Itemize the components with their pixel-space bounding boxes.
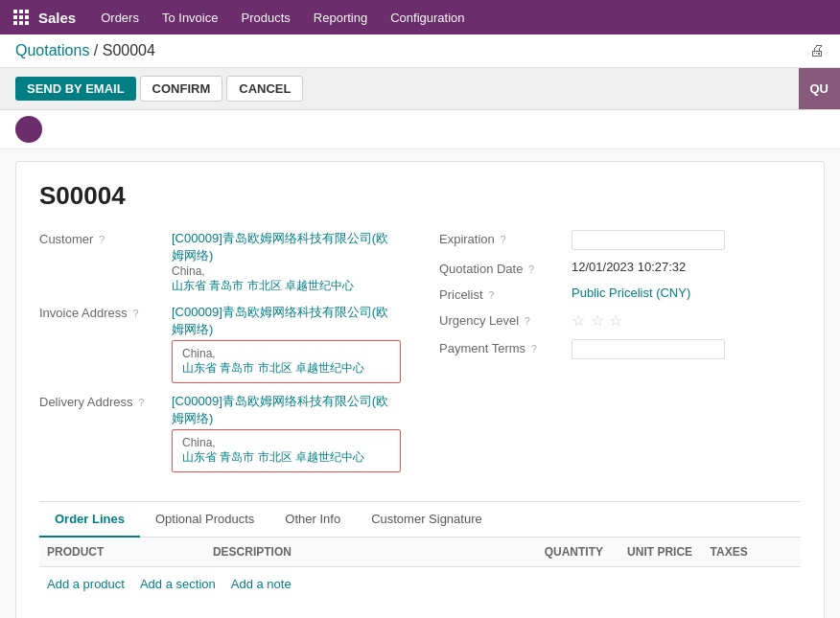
send-email-button[interactable]: SEND BY EMAIL <box>15 77 136 101</box>
nav-item-to-invoice[interactable]: To Invoice <box>152 7 228 29</box>
delivery-address-label: Delivery Address ? <box>39 393 164 409</box>
delivery-address-value: [C00009]青岛欧姆网络科技有限公司(欧姆网络) China, 山东省 青岛… <box>172 393 401 472</box>
print-icon[interactable]: 🖨 <box>809 42 825 59</box>
tabs-header: Order Lines Optional Products Other Info… <box>39 502 801 538</box>
invoice-country: China, <box>182 347 390 360</box>
order-table: Product Description Quantity Unit Price … <box>39 538 801 601</box>
add-section-link[interactable]: Add a section <box>140 577 216 591</box>
confirm-button[interactable]: CONFIRM <box>140 76 223 102</box>
invoice-address-detail[interactable]: 山东省 青岛市 市北区 卓越世纪中心 <box>182 360 390 377</box>
invoice-address-label: Invoice Address ? <box>39 304 164 320</box>
svg-rect-5 <box>25 15 29 19</box>
add-note-link[interactable]: Add a note <box>231 577 292 591</box>
col-unit-price: Unit Price <box>627 545 710 559</box>
quotation-date-help-icon[interactable]: ? <box>528 263 534 275</box>
payment-terms-help-icon[interactable]: ? <box>531 343 537 355</box>
svg-rect-2 <box>25 10 29 13</box>
nav-item-orders[interactable]: Orders <box>91 7 149 29</box>
invoice-help-icon[interactable]: ? <box>132 308 138 319</box>
pricelist-help-icon[interactable]: ? <box>488 289 494 301</box>
breadcrumb-separator: / <box>94 42 98 58</box>
cancel-button[interactable]: CANCEL <box>226 76 303 102</box>
urgency-help-icon[interactable]: ? <box>525 315 530 327</box>
table-header: Product Description Quantity Unit Price … <box>39 538 801 567</box>
pricelist-field-row: Pricelist ? Public Pricelist (CNY) <box>439 286 801 302</box>
tab-customer-signature[interactable]: Customer Signature <box>356 502 498 538</box>
nav-item-configuration[interactable]: Configuration <box>381 7 474 29</box>
action-bar: SEND BY EMAIL CONFIRM CANCEL QU <box>0 68 840 110</box>
main-content: S00004 Customer ? [C00009]青岛欧姆网络科技有限公司(欧… <box>15 161 825 618</box>
breadcrumb-current: S00004 <box>103 42 155 58</box>
customer-name[interactable]: [C00009]青岛欧姆网络科技有限公司(欧姆网络) <box>172 230 401 264</box>
invoice-address-value: [C00009]青岛欧姆网络科技有限公司(欧姆网络) China, 山东省 青岛… <box>172 304 401 383</box>
expiration-value[interactable] <box>572 230 725 250</box>
form-grid: Customer ? [C00009]青岛欧姆网络科技有限公司(欧姆网络) Ch… <box>39 230 801 482</box>
col-description: Description <box>213 545 545 559</box>
customer-address[interactable]: 山东省 青岛市 市北区 卓越世纪中心 <box>172 278 401 294</box>
top-navigation: Sales Orders To Invoice Products Reporti… <box>0 0 840 34</box>
col-quantity: Quantity <box>545 545 627 559</box>
payment-terms-label: Payment Terms ? <box>439 339 564 355</box>
expiration-field-row: Expiration ? <box>439 230 801 250</box>
payment-terms-value[interactable] <box>572 339 725 359</box>
expiration-help-icon[interactable]: ? <box>500 234 505 245</box>
svg-rect-7 <box>19 21 23 25</box>
urgency-field-row: Urgency Level ? ☆ ☆ ☆ <box>439 311 801 330</box>
form-right: Expiration ? Quotation Date ? 12/01/2023… <box>439 230 801 482</box>
quotation-button[interactable]: QU <box>799 68 841 109</box>
svg-rect-0 <box>13 10 17 13</box>
urgency-label: Urgency Level ? <box>439 311 564 328</box>
tabs-container: Order Lines Optional Products Other Info… <box>39 501 801 601</box>
delivery-address-field-row: Delivery Address ? [C00009]青岛欧姆网络科技有限公司(… <box>39 393 401 472</box>
form-left: Customer ? [C00009]青岛欧姆网络科技有限公司(欧姆网络) Ch… <box>39 230 401 482</box>
quotation-date-field-row: Quotation Date ? 12/01/2023 10:27:32 <box>439 260 801 276</box>
nav-item-products[interactable]: Products <box>231 7 299 29</box>
payment-terms-field-row: Payment Terms ? <box>439 339 801 359</box>
star-3[interactable]: ☆ <box>609 312 624 329</box>
tab-order-lines[interactable]: Order Lines <box>39 502 140 538</box>
payment-terms-input[interactable] <box>572 339 725 359</box>
urgency-stars: ☆ ☆ ☆ <box>572 311 624 330</box>
quotation-date-value: 12/01/2023 10:27:32 <box>572 260 686 274</box>
delivery-address-detail[interactable]: 山东省 青岛市 市北区 卓越世纪中心 <box>182 449 390 466</box>
avatar-drop-shape <box>21 120 36 133</box>
customer-label: Customer ? <box>39 230 164 246</box>
delivery-country: China, <box>182 436 390 449</box>
delivery-help-icon[interactable]: ? <box>138 397 144 408</box>
avatar <box>15 116 42 143</box>
breadcrumb: Quotations / S00004 <box>15 42 155 59</box>
tab-other-info[interactable]: Other Info <box>269 502 356 538</box>
nav-item-reporting[interactable]: Reporting <box>304 7 377 29</box>
tab-optional-products[interactable]: Optional Products <box>140 502 269 538</box>
record-title: S00004 <box>39 181 801 211</box>
col-product: Product <box>47 545 213 559</box>
app-grid-icon[interactable] <box>8 4 35 31</box>
col-taxes: Taxes <box>711 545 793 559</box>
quotation-date-label: Quotation Date ? <box>439 260 564 276</box>
svg-rect-4 <box>19 15 23 19</box>
add-product-link[interactable]: Add a product <box>47 577 125 591</box>
customer-field-row: Customer ? [C00009]青岛欧姆网络科技有限公司(欧姆网络) Ch… <box>39 230 401 294</box>
svg-rect-6 <box>13 21 17 25</box>
invoice-name[interactable]: [C00009]青岛欧姆网络科技有限公司(欧姆网络) <box>172 304 401 338</box>
pricelist-label: Pricelist ? <box>439 286 564 302</box>
invoice-address-box: China, 山东省 青岛市 市北区 卓越世纪中心 <box>172 340 401 383</box>
breadcrumb-bar: Quotations / S00004 🖨 <box>0 34 840 68</box>
customer-value: [C00009]青岛欧姆网络科技有限公司(欧姆网络) China, 山东省 青岛… <box>172 230 401 294</box>
delivery-name[interactable]: [C00009]青岛欧姆网络科技有限公司(欧姆网络) <box>172 393 401 427</box>
svg-rect-3 <box>13 15 17 19</box>
customer-help-icon[interactable]: ? <box>99 234 105 245</box>
delivery-address-box: China, 山东省 青岛市 市北区 卓越世纪中心 <box>172 429 401 472</box>
invoice-address-field-row: Invoice Address ? [C00009]青岛欧姆网络科技有限公司(欧… <box>39 304 401 383</box>
app-name: Sales <box>38 10 76 26</box>
star-2[interactable]: ☆ <box>591 312 606 329</box>
breadcrumb-parent[interactable]: Quotations <box>15 42 89 58</box>
table-add-row: Add a product Add a section Add a note <box>39 567 801 601</box>
expiration-label: Expiration ? <box>439 230 564 246</box>
chatter-bar <box>0 110 840 149</box>
customer-country: China, <box>172 264 401 278</box>
svg-rect-8 <box>25 21 29 25</box>
expiration-input[interactable] <box>572 230 725 250</box>
star-1[interactable]: ☆ <box>572 312 587 329</box>
svg-rect-1 <box>19 10 23 13</box>
